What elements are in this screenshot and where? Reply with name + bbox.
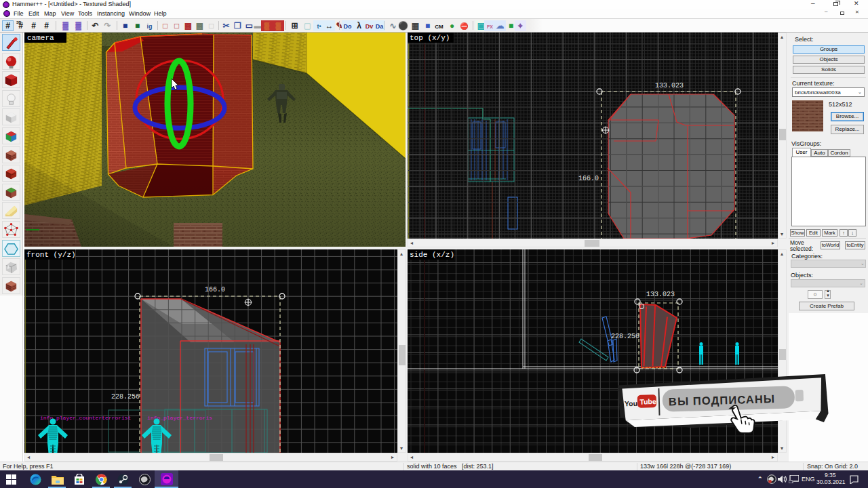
svg-text:side (x/z): side (x/z) [410,251,454,259]
svg-text:133.023: 133.023 [655,82,684,89]
svg-text:Tube: Tube [639,397,656,406]
svg-text:228.256: 228.256 [611,333,639,340]
svg-text:top (x/y): top (x/y) [410,34,450,42]
svg-text:camera: camera [27,34,54,42]
svg-text:228.256: 228.256 [111,393,140,401]
svg-text:front (y/z): front (y/z) [26,251,76,259]
svg-text:166.0: 166.0 [578,175,599,182]
svg-text:133.023: 133.023 [646,291,675,298]
svg-text:166.0: 166.0 [205,286,225,293]
svg-text:You: You [625,399,637,408]
